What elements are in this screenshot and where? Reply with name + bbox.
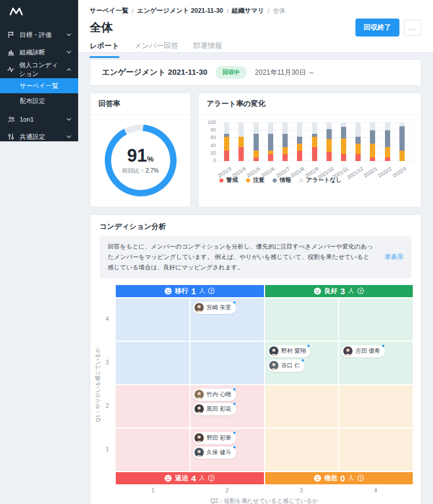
- sidebar-item-survey-list[interactable]: サーベイ一覧: [0, 78, 78, 93]
- bar-segment-注意: [399, 151, 405, 161]
- sidebar-item-label: 1on1: [20, 116, 34, 123]
- legend-dot-icon: [273, 178, 277, 182]
- bar-segment-警戒: [297, 151, 302, 161]
- svg-text:?: ?: [359, 476, 362, 480]
- quadrant-count: 0: [340, 473, 345, 483]
- condition-map-grid: 宮崎 朱里 野村 愛翔 谷口 仁: [116, 298, 413, 471]
- bar-segment-情報: [385, 130, 390, 148]
- app-logo[interactable]: [0, 5, 78, 26]
- bar-column: [234, 123, 248, 161]
- notification-dot: [233, 301, 236, 304]
- breadcrumb-org-summary[interactable]: 組織サマリ: [232, 6, 264, 15]
- breadcrumb-separator: /: [226, 8, 228, 14]
- stacked-bar: [238, 123, 244, 161]
- page-title: 全体: [90, 20, 113, 35]
- notification-dot: [233, 402, 236, 406]
- more-options-button[interactable]: …: [404, 20, 421, 36]
- map-x-tick: 1: [116, 487, 190, 494]
- stacked-bar: [282, 123, 288, 161]
- help-icon[interactable]: ?: [357, 287, 364, 294]
- avatar: [195, 303, 204, 312]
- bar-column: [219, 123, 234, 161]
- bar-segment-注意: [326, 139, 332, 152]
- map-cell-r4-c2: 宮崎 朱里: [190, 298, 264, 341]
- bar-segment-アラートなし: [224, 123, 229, 133]
- sidebar: 目標・評価 組織診断 個人コンディション サーベイ一覧 配布設定 1on1: [0, 0, 78, 141]
- member-chip[interactable]: 竹内 心晴: [193, 389, 236, 401]
- map-y-tick: 4: [105, 316, 109, 322]
- alert-chart-x-axis: 2021/32021/42021/52021/62021/72021/82021…: [219, 161, 409, 176]
- member-name: 黒田 彩花: [207, 405, 232, 413]
- member-name: 竹内 心晴: [207, 390, 232, 399]
- bar-segment-注意: [297, 144, 302, 151]
- notification-dot: [307, 344, 310, 348]
- breadcrumb: サーベイ一覧 / エンゲージメント 2021-11-30 / 組織サマリ / 全…: [78, 0, 433, 15]
- quadrant-unit: 人: [199, 287, 206, 295]
- bar-segment-注意: [254, 151, 259, 158]
- avatar: [269, 361, 278, 370]
- survey-period: 2021年11月30日 ～: [255, 68, 315, 78]
- bar-segment-警戒: [355, 154, 361, 161]
- legend-dot-icon: [299, 178, 303, 182]
- stacked-bar: [341, 123, 346, 161]
- condition-map-x-ticks: 1234: [116, 484, 413, 497]
- member-name: 吉田 優希: [355, 347, 380, 355]
- map-y-tick: 2: [105, 403, 109, 409]
- map-cell-r3-c3: 野村 愛翔 谷口 仁: [265, 342, 339, 384]
- map-y-tick: 3: [105, 359, 109, 366]
- quadrant-unit: 人: [348, 474, 354, 482]
- chevron-down-icon: [67, 50, 71, 54]
- member-chip[interactable]: 野村 愛翔: [267, 345, 311, 357]
- quadrant-count: 3: [340, 286, 345, 296]
- bar-segment-アラートなし: [238, 123, 244, 137]
- breadcrumb-separator: /: [132, 8, 134, 14]
- member-chip[interactable]: 久保 健斗: [193, 447, 236, 459]
- sidebar-item-goals[interactable]: 目標・評価: [0, 26, 78, 43]
- member-chip[interactable]: 宮崎 朱里: [193, 302, 236, 314]
- member-name: 宮崎 朱里: [207, 304, 232, 312]
- sidebar-item-1on1[interactable]: 1on1: [0, 111, 78, 128]
- svg-text:?: ?: [359, 289, 362, 293]
- face-icon: [314, 474, 321, 482]
- x-tick: 2022/3: [395, 161, 409, 176]
- bar-segment-警戒: [268, 154, 273, 161]
- help-icon[interactable]: ?: [357, 474, 364, 481]
- response-rate-delta: 前回比 ↑ 2.7%: [122, 167, 159, 175]
- y-tick-label: 0: [213, 158, 216, 163]
- member-chip[interactable]: 野田 彩華: [193, 432, 236, 444]
- hide-link[interactable]: 非表示: [384, 253, 403, 261]
- legend-item-情報[interactable]: 情報: [273, 176, 291, 184]
- map-cell-r1-c1: [116, 429, 189, 471]
- map-cell-r4-c1: [116, 298, 189, 341]
- quadrant-count: 1: [191, 286, 196, 296]
- bar-column: [395, 123, 409, 161]
- help-icon[interactable]: ?: [208, 287, 215, 294]
- quadrant-header-top-left: 移行1人 ?: [116, 285, 264, 297]
- quadrant-label: 良好: [324, 287, 337, 295]
- stacked-bar: [385, 123, 390, 161]
- sidebar-item-personal-condition[interactable]: 個人コンディション: [0, 61, 78, 78]
- avatar: [195, 448, 204, 457]
- sidebar-item-org-diagnosis[interactable]: 組織診断: [0, 43, 78, 61]
- bar-segment-情報: [297, 137, 302, 144]
- bar-segment-アラートなし: [312, 123, 317, 133]
- quadrant-header-bottom-right: 倦怠0人 ?: [265, 472, 413, 484]
- sidebar-item-distribution-settings[interactable]: 配布設定: [0, 93, 78, 108]
- map-cell-r2-c1: [116, 385, 189, 428]
- member-chip[interactable]: 黒田 彩花: [193, 403, 236, 415]
- sidebar-item-label: 目標・評価: [20, 31, 52, 39]
- member-chip[interactable]: 吉田 優希: [342, 345, 385, 357]
- member-chip[interactable]: 谷口 仁: [267, 360, 305, 372]
- help-icon[interactable]: ?: [208, 474, 215, 481]
- chevron-up-icon: [67, 68, 71, 71]
- breadcrumb-engagement[interactable]: エンゲージメント 2021-11-30: [137, 6, 223, 15]
- chevron-down-icon: [67, 135, 71, 138]
- legend-dot-icon: [219, 178, 223, 182]
- bar-segment-注意: [355, 144, 361, 154]
- sidebar-item-common-settings[interactable]: 共通設定: [0, 128, 78, 145]
- bar-segment-アラートなし: [341, 123, 346, 127]
- breadcrumb-survey-list[interactable]: サーベイ一覧: [90, 6, 129, 15]
- member-name: 谷口 仁: [281, 361, 300, 370]
- bar-group: [219, 123, 409, 161]
- end-collection-button[interactable]: 回収終了: [355, 19, 399, 36]
